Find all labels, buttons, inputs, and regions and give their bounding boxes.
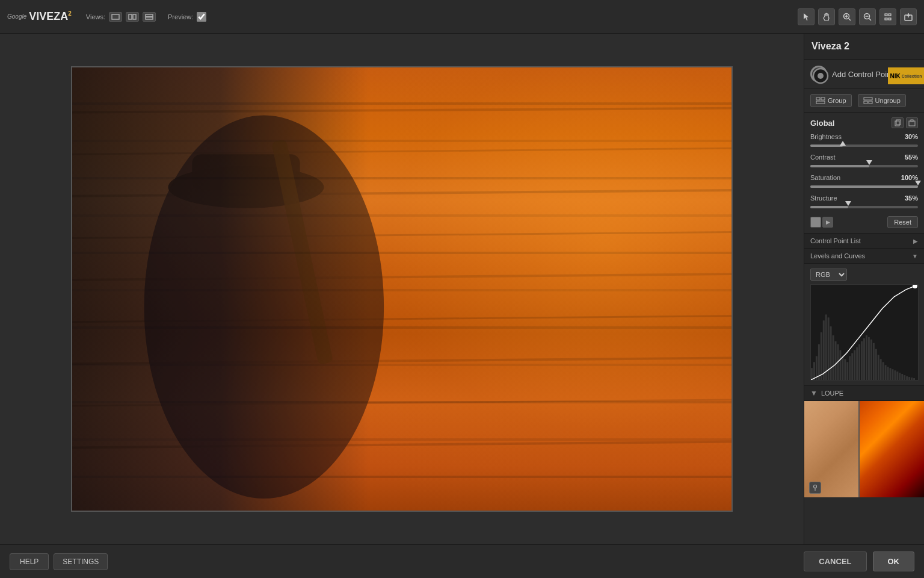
svg-rect-48 [825, 314, 827, 380]
svg-rect-35 [864, 101, 867, 104]
reset-row: ▶ Reset [810, 216, 918, 228]
svg-rect-37 [864, 98, 872, 100]
loupe-pin-button[interactable] [809, 482, 821, 494]
svg-rect-43 [813, 362, 815, 380]
svg-line-17 [72, 108, 732, 113]
group-button[interactable]: Group [810, 94, 852, 107]
svg-rect-15 [889, 18, 891, 20]
preview-checkbox[interactable] [197, 12, 206, 22]
svg-rect-4 [146, 17, 153, 19]
control-point-list-arrow: ▶ [913, 238, 918, 244]
color-buttons: ▶ [810, 217, 833, 228]
channel-select[interactable]: RGB Red Green Blue [810, 269, 847, 281]
pointer-tool-button[interactable] [798, 8, 815, 25]
zoom-out-button[interactable] [859, 8, 876, 25]
levels-curves-arrow: ▼ [912, 253, 918, 259]
contrast-track [810, 162, 918, 170]
export-button[interactable] [900, 8, 917, 25]
svg-rect-14 [885, 18, 887, 20]
svg-rect-33 [821, 98, 825, 100]
control-point-circle[interactable] [810, 66, 827, 82]
hand-tool-button[interactable] [818, 8, 835, 25]
global-label: Global [810, 119, 834, 128]
color-arrow[interactable]: ▶ [822, 217, 833, 228]
global-section: Global Brightness 30% [804, 113, 924, 234]
main-content: NIK Collection Viveza 2 Add Control Poin… [0, 34, 924, 544]
svg-rect-73 [885, 365, 887, 380]
contrast-slider-row: Contrast 55% [810, 154, 918, 170]
view-split-h-button[interactable] [126, 12, 139, 22]
svg-rect-74 [887, 367, 889, 380]
curves-header: RGB Red Green Blue [810, 269, 918, 281]
svg-rect-39 [896, 120, 901, 125]
svg-rect-52 [835, 341, 837, 380]
color-btn-gray[interactable] [810, 217, 821, 228]
ungroup-button[interactable]: Ungroup [858, 94, 906, 107]
svg-rect-82 [906, 376, 908, 380]
loupe-divider [858, 401, 860, 497]
loupe-label: LOUPE [821, 390, 843, 397]
top-bar: Google VIVEZA2 Views: Preview: [0, 0, 924, 34]
structure-slider-row: Structure 35% [810, 194, 918, 211]
curves-canvas [810, 284, 919, 381]
group-label: Group [828, 97, 846, 104]
levels-curves-header[interactable]: Levels and Curves ▼ [804, 249, 924, 264]
view-split-v-button[interactable] [143, 12, 156, 22]
zoom-in-button[interactable] [839, 8, 855, 25]
control-point-list-label: Control Point List [810, 237, 861, 244]
svg-line-25 [72, 442, 732, 448]
svg-rect-64 [863, 338, 865, 380]
svg-rect-54 [839, 350, 841, 380]
help-button[interactable]: HELP [10, 553, 49, 570]
svg-rect-50 [830, 326, 832, 380]
svg-rect-51 [833, 335, 834, 380]
svg-rect-2 [133, 14, 136, 19]
svg-rect-76 [892, 369, 893, 380]
bottom-bar: HELP SETTINGS CANCEL OK [0, 544, 924, 578]
panel-title: Viveza 2 [804, 34, 924, 60]
view-single-button[interactable] [109, 12, 122, 22]
main-image [72, 67, 732, 511]
settings-button[interactable]: SETTINGS [54, 553, 108, 570]
add-control-point-button[interactable]: Add Control Point [832, 70, 893, 79]
svg-rect-72 [882, 362, 884, 380]
svg-rect-38 [895, 121, 899, 126]
brightness-label: Brightness [810, 133, 842, 140]
views-label: Views: [86, 13, 105, 20]
loupe-header[interactable]: ▼ LOUPE [804, 386, 924, 401]
nik-badge: NIK Collection [888, 67, 924, 84]
image-canvas [71, 66, 733, 512]
svg-rect-32 [816, 98, 820, 100]
svg-rect-62 [858, 344, 860, 380]
global-copy-button[interactable] [892, 117, 904, 128]
svg-rect-13 [889, 14, 891, 16]
svg-rect-34 [816, 101, 825, 104]
global-header: Global [810, 117, 918, 128]
top-tools [798, 8, 917, 25]
image-area [0, 34, 804, 544]
svg-point-86 [913, 285, 917, 288]
control-point-list-header[interactable]: Control Point List ▶ [804, 234, 924, 249]
group-section: Group Ungroup [804, 89, 924, 113]
svg-rect-46 [821, 332, 822, 380]
reset-button[interactable]: Reset [887, 216, 918, 228]
svg-rect-83 [908, 377, 910, 380]
brightness-value: 30% [905, 133, 918, 140]
cancel-button[interactable]: CANCEL [804, 552, 866, 571]
svg-rect-84 [911, 378, 913, 380]
svg-rect-12 [885, 14, 887, 16]
svg-rect-79 [899, 373, 901, 380]
svg-rect-77 [894, 370, 896, 380]
svg-line-10 [869, 18, 872, 20]
bottom-right-buttons: CANCEL OK [804, 552, 914, 571]
svg-rect-3 [146, 14, 153, 17]
svg-rect-66 [868, 337, 870, 380]
svg-rect-60 [854, 350, 855, 380]
fit-button[interactable] [879, 8, 896, 25]
levels-curves-label: Levels and Curves [810, 252, 865, 259]
global-paste-button[interactable] [906, 117, 918, 128]
global-icons [892, 117, 918, 128]
svg-rect-41 [911, 120, 913, 122]
brightness-track [810, 141, 918, 150]
ok-button[interactable]: OK [873, 552, 915, 571]
